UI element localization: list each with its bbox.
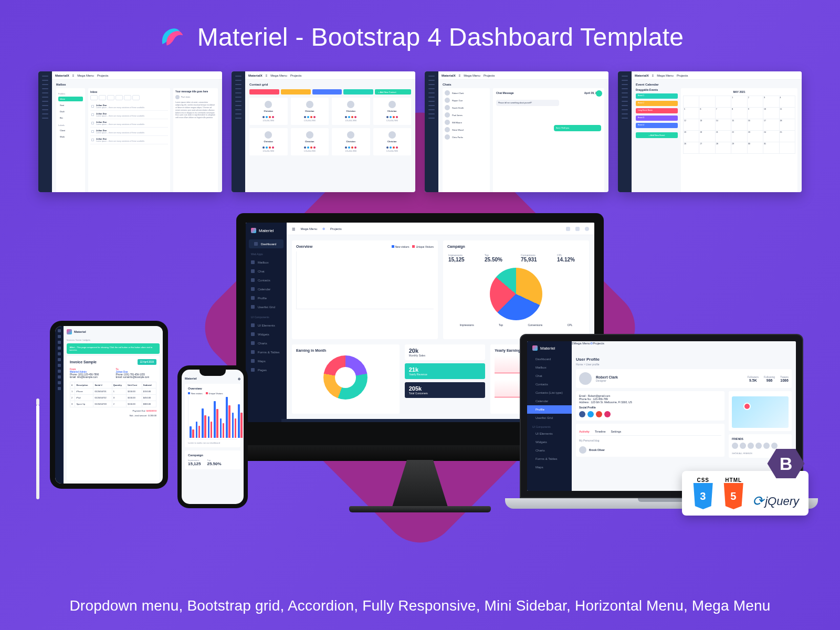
avatar-icon: [585, 227, 589, 231]
search-icon: [566, 227, 570, 231]
brand-label: MaterialX: [55, 74, 69, 77]
add-event-button: + Add New Event: [636, 132, 678, 138]
avatar: [579, 372, 592, 385]
bell-icon: [575, 227, 580, 231]
panel-campaign: Campaign Impressions15,125Top25.50%Conve…: [443, 240, 589, 339]
footer-features: Dropdown menu, Bootstrap grid, Accordion…: [0, 597, 840, 614]
thumbnail-row: MaterialX≡Mega MenuProjects Mailbox Fold…: [0, 71, 840, 192]
thumb-mailbox: MaterialX≡Mega MenuProjects Mailbox Fold…: [38, 71, 222, 192]
page-title: Materiel - Bootstrap 4 Dashboard Templat…: [197, 23, 684, 51]
page-header: Materiel - Bootstrap 4 Dashboard Templat…: [0, 0, 840, 51]
add-contact-button: + Add New Contact: [375, 89, 411, 94]
topbar: ≡ Mega Menu ⚙Projects: [287, 223, 594, 235]
chat-action-icon: [596, 90, 602, 97]
apple-pencil-icon: [36, 405, 39, 499]
pie-chart: [490, 268, 542, 320]
logo-icon: [156, 22, 186, 51]
menu-icon: ≡: [292, 226, 295, 232]
thumb-calendar: MaterialX≡Mega MenuProjects Event Calend…: [618, 71, 802, 192]
jquery-badge: jQuery: [752, 493, 799, 509]
donut-chart: [323, 355, 368, 400]
panel-overview: Overview New visitorsUnique Visitors: [292, 240, 438, 339]
device-ipad: Materiel Invoices / home / widgets JAler…: [50, 321, 168, 489]
device-iphone: Materiel ⚙ Overview New visitors Unique …: [177, 365, 248, 508]
sidebar: Materiel Dashboard Web Apps MailboxChatC…: [246, 223, 287, 422]
thumb-contacts: MaterialX≡Mega MenuProjects Contact grid…: [232, 71, 415, 192]
thumb-chat: MaterialX≡Mega MenuProjects Chats Robert…: [425, 71, 608, 192]
map: [732, 396, 789, 428]
